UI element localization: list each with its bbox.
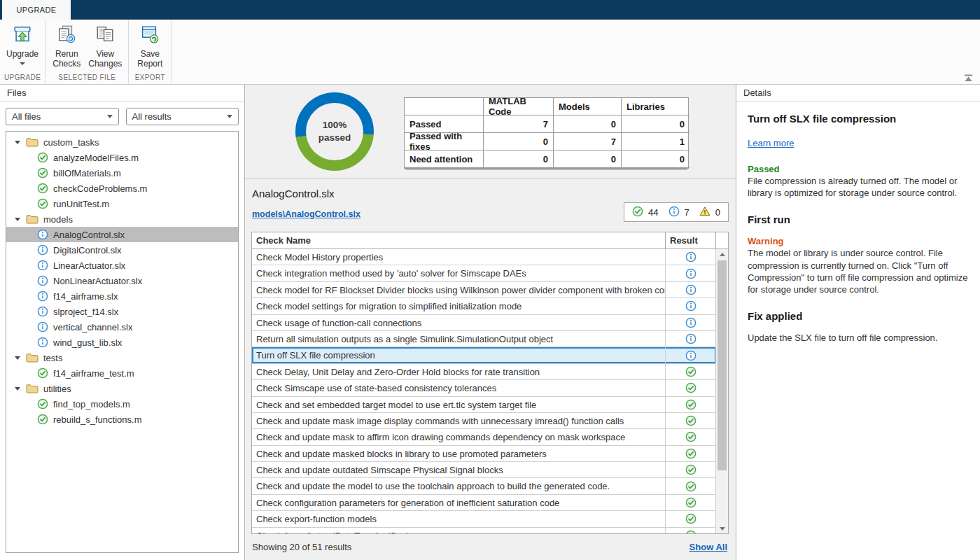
caret-down-icon[interactable] bbox=[15, 218, 20, 221]
info-icon[interactable] bbox=[666, 315, 716, 330]
passed-icon[interactable] bbox=[666, 429, 716, 444]
passed-icon[interactable] bbox=[666, 528, 716, 533]
check-name-cell[interactable]: Check Simscape use of state-based consis… bbox=[252, 380, 666, 396]
result-filter-dropdown[interactable]: All results bbox=[126, 108, 239, 125]
learn-more-link[interactable]: Learn more bbox=[748, 137, 794, 149]
show-all-link[interactable]: Show All bbox=[690, 542, 727, 552]
check-name-cell[interactable]: Check and update outdated Simscape Physi… bbox=[252, 462, 666, 477]
tree-file-NonLinearActuator.slx[interactable]: NonLinearActuator.slx bbox=[6, 273, 238, 288]
check-row[interactable]: Check model settings for migration to si… bbox=[252, 298, 716, 314]
check-name-cell[interactable]: Check Delay, Unit Delay and Zero-Order H… bbox=[252, 364, 666, 379]
check-name-cell[interactable]: Check for calls to slDataTypeAndScale bbox=[252, 528, 666, 533]
upgrade-button[interactable]: Upgrade bbox=[4, 20, 41, 72]
check-name-cell[interactable]: Check model settings for migration to si… bbox=[252, 298, 666, 314]
check-row[interactable]: Turn off SLX file compression bbox=[252, 347, 716, 363]
details-panel: Details Turn off SLX file compression Le… bbox=[736, 85, 980, 560]
passed-icon[interactable] bbox=[666, 397, 716, 412]
chevron-down-icon[interactable] bbox=[20, 62, 25, 65]
scroll-down-icon[interactable] bbox=[716, 524, 728, 533]
check-name-cell[interactable]: Check export-function models bbox=[252, 511, 666, 526]
check-name-cell[interactable]: Check configuration parameters for gener… bbox=[252, 495, 666, 510]
passed-icon[interactable] bbox=[666, 478, 716, 493]
tab-upgrade[interactable]: UPGRADE bbox=[2, 0, 71, 20]
check-row[interactable]: Check and update mask image display comm… bbox=[252, 413, 716, 429]
check-name-cell[interactable]: Check usage of function-call connections bbox=[252, 315, 666, 330]
selected-file-path-link[interactable]: models\AnalogControl.slx bbox=[252, 209, 360, 219]
save-report-button[interactable]: Save Report bbox=[133, 20, 167, 72]
check-name-cell[interactable]: Turn off SLX file compression bbox=[252, 347, 666, 363]
check-name-cell[interactable]: Check integration method used by 'auto' … bbox=[252, 265, 666, 281]
rerun-checks-button[interactable]: Rerun Checks bbox=[50, 20, 83, 72]
check-row[interactable]: Check and update masked blocks in librar… bbox=[252, 446, 716, 462]
check-row[interactable]: Return all simulation outputs as a singl… bbox=[252, 331, 716, 347]
passed-icon[interactable] bbox=[666, 495, 716, 510]
tree-file-runUnitTest.m[interactable]: runUnitTest.m bbox=[6, 196, 238, 211]
tree-file-checkCodeProblems.m[interactable]: checkCodeProblems.m bbox=[6, 181, 238, 196]
check-name-cell[interactable]: Check and set embedded target model to u… bbox=[252, 397, 666, 412]
tree-file-vertical_channel.slx[interactable]: vertical_channel.slx bbox=[6, 319, 238, 335]
tree-item-label: billOfMaterials.m bbox=[53, 168, 121, 178]
check-name-cell[interactable]: Return all simulation outputs as a singl… bbox=[252, 331, 666, 346]
tree-file-LinearActuator.slx[interactable]: LinearActuator.slx bbox=[6, 258, 238, 273]
check-row[interactable]: Check and update outdated Simscape Physi… bbox=[252, 462, 716, 478]
check-row[interactable]: Check model for RF Blockset Divider bloc… bbox=[252, 282, 716, 298]
check-row[interactable]: Check Simscape use of state-based consis… bbox=[252, 380, 716, 396]
check-name-cell[interactable]: Check and update the model to use the to… bbox=[252, 478, 666, 493]
tree-folder-models[interactable]: models bbox=[6, 211, 238, 227]
passed-icon[interactable] bbox=[666, 511, 716, 526]
check-row[interactable]: Check Model History properties bbox=[252, 249, 716, 265]
check-row[interactable]: Check integration method used by 'auto' … bbox=[252, 265, 716, 281]
tree-file-billOfMaterials.m[interactable]: billOfMaterials.m bbox=[6, 165, 238, 181]
tree-folder-tests[interactable]: tests bbox=[6, 350, 238, 365]
info-icon[interactable] bbox=[666, 347, 716, 363]
check-row[interactable]: Check export-function models bbox=[252, 511, 716, 527]
scroll-up-icon[interactable] bbox=[716, 249, 728, 259]
info-icon[interactable] bbox=[666, 265, 716, 281]
tree-folder-custom_tasks[interactable]: custom_tasks bbox=[6, 134, 238, 150]
tree-folder-utilities[interactable]: utilities bbox=[6, 381, 238, 396]
scrollbar-thumb[interactable] bbox=[718, 260, 727, 470]
tree-file-analyzeModelFiles.m[interactable]: analyzeModelFiles.m bbox=[6, 150, 238, 165]
check-name-cell[interactable]: Check and update mask image display comm… bbox=[252, 413, 666, 428]
check-name-cell[interactable]: Check Model History properties bbox=[252, 249, 666, 265]
tree-file-f14_airframe.slx[interactable]: f14_airframe.slx bbox=[6, 288, 238, 304]
passed-icon[interactable] bbox=[666, 364, 716, 379]
check-row[interactable]: Check and update the model to use the to… bbox=[252, 478, 716, 494]
check-name-cell[interactable]: Check and update masked blocks in librar… bbox=[252, 446, 666, 461]
info-icon[interactable] bbox=[666, 282, 716, 298]
tree-file-find_top_models.m[interactable]: find_top_models.m bbox=[6, 396, 238, 412]
view-changes-button[interactable]: View Changes bbox=[86, 20, 124, 72]
tree-file-AnalogControl.slx[interactable]: AnalogControl.slx bbox=[6, 227, 238, 242]
checks-scrollbar[interactable] bbox=[716, 249, 728, 533]
check-name-cell[interactable]: Check model for RF Blockset Divider bloc… bbox=[252, 282, 666, 298]
check-row[interactable]: Check for calls to slDataTypeAndScale bbox=[252, 528, 716, 533]
file-filter-dropdown[interactable]: All files bbox=[6, 108, 119, 125]
passed-icon[interactable] bbox=[666, 446, 716, 461]
summary-corner-cell bbox=[405, 98, 484, 115]
info-icon[interactable] bbox=[666, 249, 716, 265]
caret-down-icon[interactable] bbox=[15, 356, 20, 360]
info-count-badge: 7 bbox=[668, 206, 690, 219]
tree-file-slproject_f14.slx[interactable]: slproject_f14.slx bbox=[6, 304, 238, 319]
info-icon[interactable] bbox=[666, 298, 716, 314]
tree-file-f14_airframe_test.m[interactable]: f14_airframe_test.m bbox=[6, 365, 238, 381]
passed-icon[interactable] bbox=[666, 462, 716, 477]
tree-file-DigitalControl.slx[interactable]: DigitalControl.slx bbox=[6, 242, 238, 258]
files-panel: Files All files All results custom_tasks… bbox=[0, 85, 245, 560]
summary-value-cell: 0 bbox=[484, 150, 554, 168]
passed-icon[interactable] bbox=[666, 413, 716, 428]
caret-down-icon[interactable] bbox=[15, 387, 20, 391]
check-row[interactable]: Check and update mask to affirm icon dra… bbox=[252, 429, 716, 445]
check-row[interactable]: Check Delay, Unit Delay and Zero-Order H… bbox=[252, 364, 716, 380]
info-icon[interactable] bbox=[666, 331, 716, 346]
info-icon bbox=[37, 290, 48, 302]
caret-down-icon[interactable] bbox=[15, 141, 20, 144]
collapse-ribbon-icon[interactable] bbox=[963, 74, 974, 81]
tree-file-wind_gust_lib.slx[interactable]: wind_gust_lib.slx bbox=[6, 335, 238, 350]
passed-icon[interactable] bbox=[666, 380, 716, 396]
tree-file-rebuild_s_functions.m[interactable]: rebuild_s_functions.m bbox=[6, 412, 238, 427]
check-row[interactable]: Check configuration parameters for gener… bbox=[252, 495, 716, 511]
check-name-cell[interactable]: Check and update mask to affirm icon dra… bbox=[252, 429, 666, 444]
check-row[interactable]: Check and set embedded target model to u… bbox=[252, 397, 716, 413]
check-row[interactable]: Check usage of function-call connections bbox=[252, 315, 716, 331]
